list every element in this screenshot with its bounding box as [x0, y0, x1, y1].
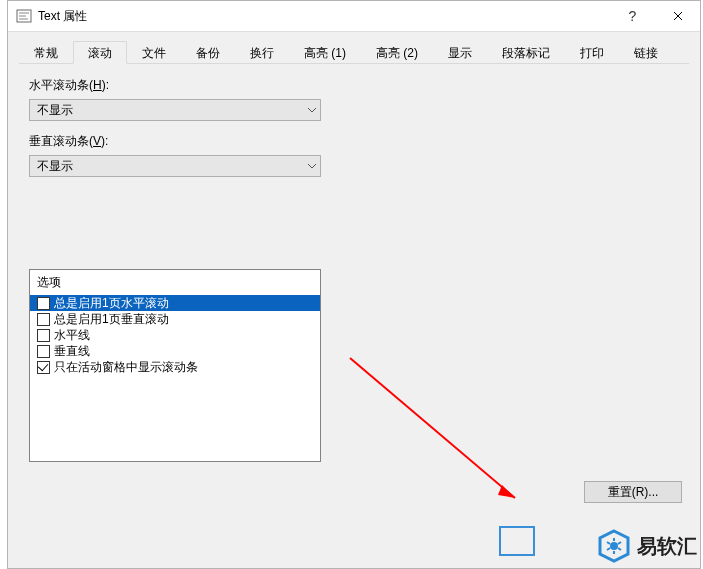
checkbox[interactable] [37, 313, 50, 326]
checkbox[interactable] [37, 297, 50, 310]
vscroll-label: 垂直滚动条(V): [29, 133, 679, 150]
option-row[interactable]: 垂直线 [30, 343, 320, 359]
reset-button[interactable]: 重置(R)... [584, 481, 682, 503]
option-label: 总是启用1页垂直滚动 [54, 311, 169, 328]
tab-highlight2[interactable]: 高亮 (2) [361, 41, 433, 64]
hscroll-value: 不显示 [30, 102, 303, 119]
help-button[interactable]: ? [610, 2, 655, 31]
tab-link[interactable]: 链接 [619, 41, 673, 64]
tab-general[interactable]: 常规 [19, 41, 73, 64]
properties-dialog: Text 属性 ? 常规 滚动 文件 备份 换行 高亮 (1) 高亮 (2) 显… [7, 0, 701, 569]
close-button[interactable] [655, 2, 700, 31]
titlebar: Text 属性 ? [8, 1, 700, 32]
vscroll-select[interactable]: 不显示 [29, 155, 321, 177]
option-label: 水平线 [54, 327, 90, 344]
options-listbox[interactable]: 选项 总是启用1页水平滚动 总是启用1页垂直滚动 水平线 垂直线 [29, 269, 321, 462]
tab-print[interactable]: 打印 [565, 41, 619, 64]
chevron-down-icon [303, 156, 320, 176]
checkbox[interactable] [37, 329, 50, 342]
hscroll-group: 水平滚动条(H): 不显示 [29, 77, 679, 121]
window-title: Text 属性 [38, 8, 610, 25]
tab-strip: 常规 滚动 文件 备份 换行 高亮 (1) 高亮 (2) 显示 段落标记 打印 … [19, 41, 689, 64]
tab-display[interactable]: 显示 [433, 41, 487, 64]
option-label: 只在活动窗格中显示滚动条 [54, 359, 198, 376]
checkbox[interactable] [37, 361, 50, 374]
tab-marks[interactable]: 段落标记 [487, 41, 565, 64]
option-row[interactable]: 总是启用1页垂直滚动 [30, 311, 320, 327]
app-icon [16, 8, 32, 24]
checkbox[interactable] [37, 345, 50, 358]
option-row[interactable]: 总是启用1页水平滚动 [30, 295, 320, 311]
option-label: 垂直线 [54, 343, 90, 360]
hscroll-label: 水平滚动条(H): [29, 77, 679, 94]
option-label: 总是启用1页水平滚动 [54, 295, 169, 312]
svg-marker-2 [498, 485, 515, 498]
options-title: 选项 [30, 270, 320, 295]
tab-highlight1[interactable]: 高亮 (1) [289, 41, 361, 64]
tab-file[interactable]: 文件 [127, 41, 181, 64]
vscroll-value: 不显示 [30, 158, 303, 175]
option-row[interactable]: 只在活动窗格中显示滚动条 [30, 359, 320, 375]
tab-wrap[interactable]: 换行 [235, 41, 289, 64]
tab-backup[interactable]: 备份 [181, 41, 235, 64]
chevron-down-icon [303, 100, 320, 120]
scroll-panel: 水平滚动条(H): 不显示 垂直滚动条(V): 不显示 [19, 64, 689, 462]
vscroll-group: 垂直滚动条(V): 不显示 [29, 133, 679, 177]
tab-scroll[interactable]: 滚动 [73, 41, 127, 64]
option-row[interactable]: 水平线 [30, 327, 320, 343]
hscroll-select[interactable]: 不显示 [29, 99, 321, 121]
